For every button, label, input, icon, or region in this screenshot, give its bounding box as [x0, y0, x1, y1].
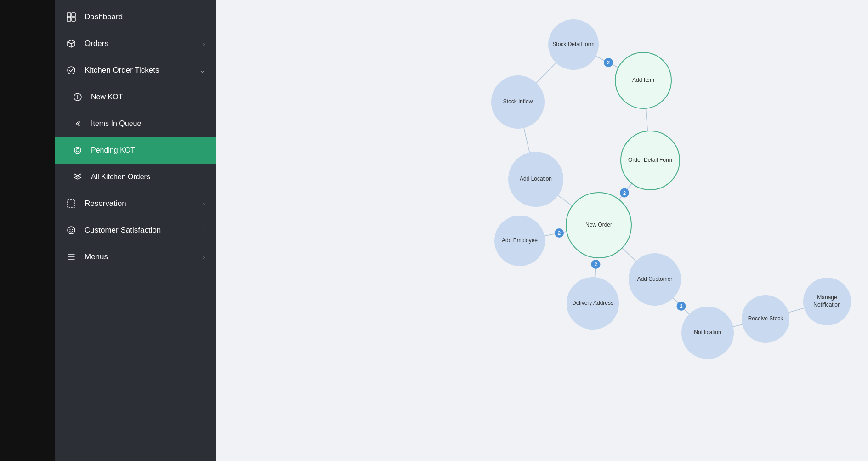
sidebar-item-dashboard[interactable]: Dashboard: [55, 4, 216, 30]
svg-text:2: 2: [594, 262, 597, 267]
node-delivery-address[interactable]: Delivery Address: [567, 277, 619, 330]
sidebar-item-pending-kot[interactable]: Pending KOT: [55, 137, 216, 164]
node-stock-inflow[interactable]: Stock Inflow: [491, 75, 545, 129]
svg-point-14: [604, 58, 613, 67]
node-add-location[interactable]: Add Location: [508, 152, 563, 207]
sidebar-label-all-kitchen: All Kitchen Orders: [91, 173, 150, 181]
svg-point-30: [677, 302, 686, 311]
sidebar-item-items-queue[interactable]: Items In Queue: [55, 110, 216, 137]
svg-point-20: [620, 188, 629, 198]
sidebar-label-pending-kot: Pending KOT: [91, 146, 135, 154]
kot-chevron: ⌄: [200, 67, 205, 74]
svg-point-6: [74, 147, 81, 154]
sidebar-item-reservation[interactable]: Reservation ›: [55, 190, 216, 217]
svg-point-4: [68, 67, 75, 74]
sidebar-label-reservation: Reservation: [85, 199, 126, 208]
customer-sat-chevron: ›: [203, 227, 205, 234]
black-strip: [0, 0, 55, 461]
reservation-chevron: ›: [203, 200, 205, 207]
chevrons-left-icon: [73, 119, 83, 129]
node-receive-stock[interactable]: Receive Stock: [742, 295, 789, 343]
sidebar-label-orders: Orders: [85, 39, 108, 48]
svg-point-7: [76, 149, 79, 152]
sidebar-item-orders[interactable]: Orders ›: [55, 30, 216, 57]
svg-rect-0: [67, 13, 71, 17]
svg-point-9: [68, 227, 75, 234]
sidebar-label-items-queue: Items In Queue: [91, 120, 141, 128]
node-notification[interactable]: Notification: [681, 307, 734, 359]
sidebar-item-kot[interactable]: Kitchen Order Tickets ⌄: [55, 57, 216, 84]
svg-point-27: [591, 260, 601, 269]
node-stock-detail[interactable]: Stock Detail form: [548, 19, 599, 70]
sidebar-item-new-kot[interactable]: New KOT: [55, 84, 216, 110]
check-circle-icon: [66, 65, 76, 75]
node-add-employee[interactable]: Add Employee: [494, 216, 545, 266]
sidebar-label-dashboard: Dashboard: [85, 12, 123, 22]
sidebar: Dashboard Orders › Kitchen Order Tickets…: [55, 0, 216, 461]
plus-circle-icon: [73, 92, 83, 102]
node-add-customer[interactable]: Add Customer: [629, 253, 681, 306]
svg-text:2: 2: [680, 303, 682, 309]
node-order-detail[interactable]: Order Detail Form: [620, 131, 680, 190]
orders-chevron: ›: [203, 40, 205, 47]
node-manage-notification[interactable]: Manage Notification: [803, 278, 851, 325]
sidebar-label-kot: Kitchen Order Tickets: [85, 66, 159, 75]
svg-text:2: 2: [607, 60, 610, 65]
svg-text:2: 2: [623, 190, 626, 196]
diamond-icon: [73, 145, 83, 155]
sidebar-label-customer-sat: Customer Satisfaction: [85, 226, 161, 235]
layers-icon: [73, 172, 83, 182]
sidebar-item-menus[interactable]: Menus ›: [55, 244, 216, 270]
main-content: 22222 Stock Detail formAdd ItemStock Inf…: [216, 0, 868, 461]
svg-point-10: [70, 229, 71, 230]
svg-rect-2: [67, 17, 71, 21]
sidebar-label-new-kot: New KOT: [91, 93, 123, 101]
smile-icon: [66, 225, 76, 235]
svg-point-23: [555, 228, 564, 238]
svg-rect-3: [72, 17, 75, 21]
svg-rect-8: [68, 200, 75, 207]
square-dashed-icon: [66, 199, 76, 209]
menus-chevron: ›: [203, 254, 205, 261]
sidebar-label-menus: Menus: [85, 252, 108, 262]
grid-icon: [66, 12, 76, 22]
svg-rect-1: [72, 13, 75, 17]
node-new-order[interactable]: New Order: [566, 192, 632, 258]
sidebar-item-customer-sat[interactable]: Customer Satisfaction ›: [55, 217, 216, 244]
svg-text:2: 2: [558, 230, 561, 236]
menu-icon: [66, 252, 76, 262]
box-icon: [66, 39, 76, 49]
svg-point-11: [72, 229, 73, 230]
sidebar-item-all-kitchen[interactable]: All Kitchen Orders: [55, 164, 216, 190]
node-add-item[interactable]: Add Item: [615, 52, 672, 109]
